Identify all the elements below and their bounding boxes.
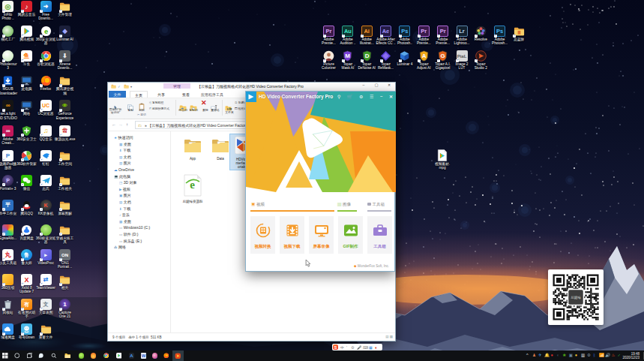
svg-text:e: e (43, 28, 47, 35)
svg-text:D: D (364, 53, 369, 60)
svg-text:A: A (421, 53, 426, 60)
svg-text:后期猫: 后期猫 (571, 296, 581, 299)
svg-text:M: M (346, 53, 351, 60)
svg-text:G: G (441, 53, 445, 60)
